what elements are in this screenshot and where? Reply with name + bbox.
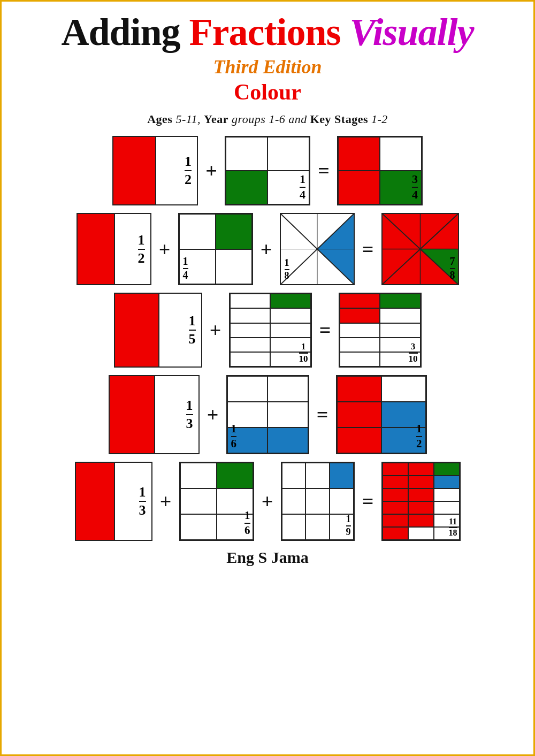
- fraction-box-third-r5: 1 3: [75, 462, 152, 541]
- frac-label-1-5: 1 5: [189, 313, 196, 347]
- fraction-box-sixth: 1 6: [226, 375, 309, 454]
- frac-label-1-9: 1 9: [346, 514, 351, 538]
- svg-line-4: [281, 214, 354, 284]
- red-fifth: [115, 294, 159, 366]
- op-plus-5a: +: [158, 490, 174, 513]
- frac-label-1-4: 1 4: [300, 172, 305, 202]
- ages-line: Ages 5-11, Year groups 1-6 and Key Stage…: [18, 112, 517, 126]
- frac-label-1-2-r4: 1 2: [416, 422, 422, 450]
- fraction-box-3-4: 3 4: [337, 136, 423, 205]
- fraction-box-half-1: 1 2: [112, 136, 198, 205]
- fraction-box-third: 1 3: [109, 375, 200, 454]
- equation-row-1: 1 2 + 1 4 = 3 4: [18, 136, 517, 205]
- equation-row-3: 1 5 + 1 10 =: [18, 293, 517, 368]
- white-half: 1 2: [156, 137, 197, 204]
- white-third-r5: 1 3: [115, 463, 151, 540]
- fraction-box-sixth-r5: 1 6: [179, 462, 254, 541]
- red-half-2: [78, 214, 115, 284]
- frac-label-11-18: 11 18: [449, 517, 457, 538]
- svg-line-21: [383, 214, 458, 284]
- fraction-box-11-18: 11 18: [381, 462, 461, 541]
- svg-marker-13: [383, 214, 420, 249]
- svg-line-22: [383, 214, 458, 284]
- op-equals-1: =: [316, 159, 332, 182]
- frac-label-1-10: 1 10: [299, 341, 308, 364]
- subtitle-colour: Colour: [18, 79, 517, 105]
- fraction-box-quarter-2: 1 4: [178, 213, 253, 285]
- svg-marker-2: [281, 249, 354, 285]
- title-fractions: Fractions: [189, 11, 350, 54]
- op-equals-5: =: [360, 490, 376, 513]
- fraction-box-fifth: 1 5: [114, 293, 202, 368]
- svg-marker-15: [420, 214, 457, 249]
- svg-marker-0: [281, 214, 354, 249]
- frac-label-1-2: 1 2: [185, 154, 192, 188]
- svg-marker-14: [420, 214, 457, 249]
- frac-label-1-3-r5: 1 3: [139, 484, 146, 518]
- frac-label-1-6-r5: 1 6: [244, 509, 250, 537]
- op-plus-1: +: [203, 159, 219, 182]
- svg-marker-19: [383, 249, 420, 285]
- op-plus-2b: +: [258, 238, 274, 261]
- fraction-box-7-8: 7 8: [381, 213, 459, 285]
- equation-row-5: 1 3 + 1 6 +: [18, 462, 517, 541]
- fraction-box-tenth: 1 10: [229, 293, 312, 368]
- fraction-box-quarter-1: 1 4: [225, 136, 310, 205]
- op-equals-4: =: [315, 403, 331, 426]
- eighth-diagonals: [281, 214, 354, 284]
- equation-row-4: 1 3 + 1 6 =: [18, 375, 517, 454]
- red-third-r5: [76, 463, 115, 540]
- op-equals-3: =: [317, 318, 333, 342]
- white-half-2: 1 2: [115, 214, 150, 284]
- title-adding: Adding: [61, 11, 189, 54]
- fraction-box-ninth: 1 9: [281, 462, 355, 541]
- title-visually: Visually: [349, 11, 473, 54]
- red-third: [110, 376, 155, 453]
- fraction-box-eighth: 1 8: [280, 213, 355, 285]
- frac-label-1-2-r2: 1 2: [138, 232, 145, 266]
- red-half: [113, 137, 156, 204]
- subtitle-edition: Third Edition: [18, 56, 517, 78]
- svg-marker-1: [317, 214, 354, 284]
- frac-label-1-8: 1 8: [285, 257, 289, 281]
- fraction-box-3-10: 3 10: [339, 293, 422, 368]
- svg-line-5: [281, 214, 354, 284]
- fraction-box-half-2: 1 2: [77, 213, 151, 285]
- op-plus-3: +: [208, 318, 224, 342]
- frac-label-1-6: 1 6: [231, 422, 237, 450]
- frac-label-3-4: 3 4: [412, 172, 418, 202]
- frac-label-1-3: 1 3: [186, 398, 193, 432]
- op-plus-5b: +: [259, 490, 276, 513]
- frac-label-1-4-r2: 1 4: [183, 255, 188, 281]
- white-third: 1 3: [155, 376, 198, 453]
- svg-marker-18: [383, 249, 420, 285]
- svg-marker-11: [383, 249, 458, 285]
- op-plus-4: +: [205, 403, 221, 426]
- op-equals-2: =: [360, 238, 376, 261]
- author: Eng S Jama: [18, 548, 517, 567]
- equation-row-2: 1 2 + 1 4 +: [18, 213, 517, 285]
- svg-marker-12: [383, 214, 420, 284]
- frac-label-3-10: 3 10: [409, 341, 418, 364]
- 7-8-diagonals: [383, 214, 458, 284]
- main-title: Adding Fractions Visually: [18, 11, 517, 54]
- fraction-box-half-result: 1 2: [336, 375, 427, 454]
- svg-marker-20: [383, 214, 420, 249]
- svg-marker-9: [383, 214, 458, 249]
- frac-label-7-8: 7 8: [450, 255, 455, 281]
- op-plus-2a: +: [157, 238, 173, 261]
- page: Adding Fractions Visually Third Edition …: [2, 2, 533, 583]
- white-fifth: 1 5: [159, 294, 201, 366]
- svg-rect-8: [281, 215, 353, 284]
